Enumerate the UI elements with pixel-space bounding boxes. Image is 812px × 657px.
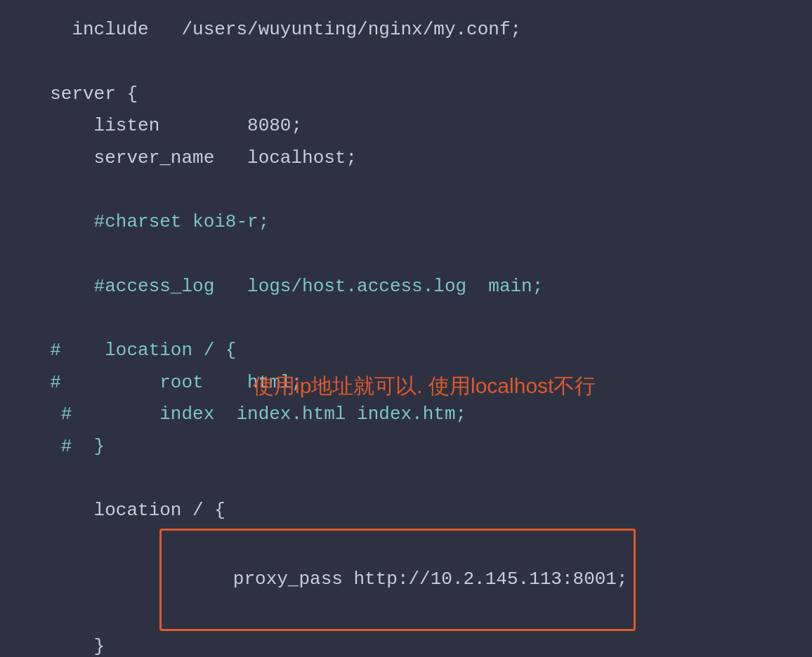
blank-line xyxy=(28,463,784,495)
code-line: listen 8080; xyxy=(28,110,784,142)
code-text: } xyxy=(28,631,105,657)
code-line: server_name localhost; xyxy=(28,142,784,175)
code-line: include /users/wuyunting/nginx/my.conf; xyxy=(28,14,784,46)
close-brace-line: } xyxy=(28,631,784,657)
proxy-pass-line: proxy_pass http://10.2.145.113:8001; xyxy=(28,529,784,632)
code-comment: # } xyxy=(28,431,105,463)
code-text: server_name localhost; xyxy=(28,142,357,175)
code-line: #access_log logs/host.access.log main; xyxy=(28,271,784,303)
code-comment: # index index.html index.htm; xyxy=(28,399,466,431)
code-line: # } xyxy=(28,431,784,463)
code-comment: #charset koi8-r; xyxy=(28,206,269,239)
highlighted-proxy: proxy_pass http://10.2.145.113:8001; xyxy=(159,529,635,632)
code-line: # location / { xyxy=(28,335,784,367)
code-text: listen 8080; xyxy=(28,110,302,142)
code-comment: #access_log logs/host.access.log main; xyxy=(28,271,543,303)
code-text xyxy=(28,532,159,564)
blank-line xyxy=(28,46,784,79)
code-text: server { xyxy=(28,79,138,111)
code-text: include /users/wuyunting/nginx/my.conf; xyxy=(28,14,521,46)
code-comment: # location / { xyxy=(28,335,236,367)
code-text: location / { xyxy=(28,495,225,527)
code-container: include /users/wuyunting/nginx/my.conf; … xyxy=(0,0,812,657)
code-line: server { xyxy=(28,79,784,111)
code-line: # index index.html index.htm; xyxy=(28,399,784,431)
code-line: #charset koi8-r; xyxy=(28,206,784,239)
annotation-text: 使用ip地址就可以. 使用localhost不行 xyxy=(253,372,596,401)
blank-line xyxy=(28,303,784,335)
proxy-text: proxy_pass http://10.2.145.113:8001; xyxy=(233,569,628,590)
blank-line xyxy=(28,174,784,206)
blank-line xyxy=(28,239,784,271)
location-line: location / { xyxy=(28,495,784,527)
